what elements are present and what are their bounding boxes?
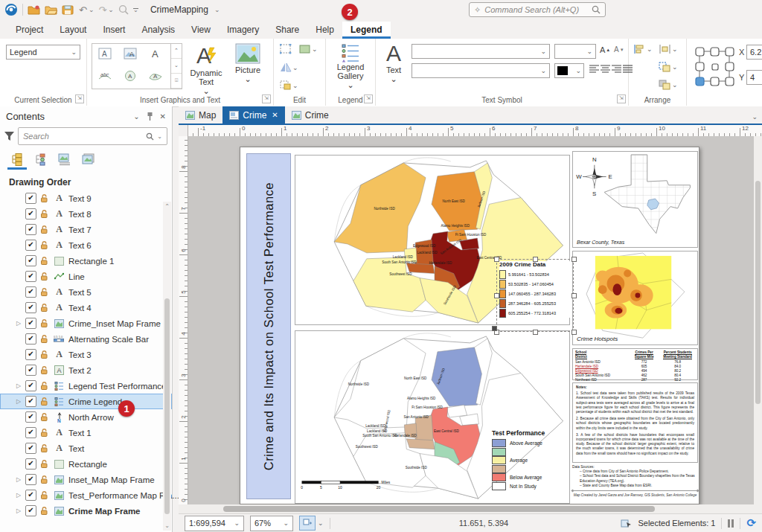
visibility-checkbox[interactable]: ✔ bbox=[25, 286, 36, 298]
toc-item-text-6[interactable]: ✔AText 6 bbox=[0, 237, 172, 253]
flip-button[interactable]: ⌄ bbox=[280, 63, 298, 72]
toc-item-line[interactable]: ✔Line bbox=[0, 269, 172, 284]
lock-icon[interactable] bbox=[40, 256, 48, 266]
test-performance-legend[interactable]: Test Performance Above AverageAverageBel… bbox=[492, 429, 574, 490]
toc-item-test-performance-map-fra[interactable]: ▷✔Test_Performance Map Fra... bbox=[0, 487, 172, 503]
ribbon-tab-legend[interactable]: Legend bbox=[342, 22, 391, 39]
canvas-vertical-scrollbar[interactable] bbox=[754, 136, 762, 504]
ribbon-tab-insert[interactable]: Insert bbox=[95, 22, 133, 39]
ribbon-tab-view[interactable]: View bbox=[183, 22, 219, 39]
visibility-checkbox[interactable]: ✔ bbox=[25, 333, 36, 344]
crime-legend[interactable]: 2009 Crime Data 5.991641 - 53.50283453.5… bbox=[499, 261, 571, 318]
y-field[interactable]: 4 bbox=[746, 70, 762, 85]
text-color-picker[interactable]: ⌄ bbox=[554, 63, 584, 78]
selection-handle[interactable] bbox=[572, 293, 577, 298]
text-symbol-button[interactable]: A Text⌄ bbox=[380, 42, 407, 83]
crime-legend-element-selected[interactable]: 2009 Crime Data 5.991641 - 53.50283453.5… bbox=[496, 259, 574, 332]
align-elements-button[interactable]: ⌄ bbox=[633, 44, 653, 54]
lock-icon[interactable] bbox=[40, 240, 48, 250]
lock-icon[interactable] bbox=[40, 459, 48, 469]
text-rect-tool-icon[interactable]: A bbox=[92, 44, 118, 63]
visibility-checkbox[interactable]: ✔ bbox=[25, 240, 36, 251]
page-zoom-combo[interactable]: 67%⌄ bbox=[250, 516, 293, 531]
align-left-icon[interactable] bbox=[589, 63, 600, 74]
expand-chevron-icon[interactable]: ▷ bbox=[15, 492, 22, 499]
curved-text-tool-icon[interactable]: abc bbox=[92, 66, 118, 86]
dialog-launcher-icon[interactable]: ⇲ bbox=[364, 94, 373, 103]
tab-list-chevron-icon[interactable]: ⌄ bbox=[752, 113, 758, 121]
toc-item-text-5[interactable]: ✔AText 5 bbox=[0, 284, 172, 300]
contents-search-input[interactable]: Search ⌄ bbox=[18, 127, 167, 145]
anchor-point-selector[interactable] bbox=[693, 45, 736, 88]
decrease-font-icon[interactable]: A▼ bbox=[614, 45, 624, 54]
poster-title-band[interactable]: Crime and Its Impact on School Test Perf… bbox=[246, 153, 291, 499]
toc-item-text-1[interactable]: ✔AText 1 bbox=[0, 425, 172, 440]
notes-frame[interactable]: Notes: 1. School test data were taken fr… bbox=[572, 382, 698, 463]
document-tab-crime-1[interactable]: Crime✕ bbox=[222, 106, 284, 124]
toc-item-text-7[interactable]: ✔AText 7 bbox=[0, 222, 172, 237]
lock-icon[interactable] bbox=[40, 443, 48, 453]
tab-list-layouts[interactable] bbox=[79, 151, 98, 170]
visibility-checkbox[interactable]: ✔ bbox=[25, 302, 36, 313]
lock-icon[interactable] bbox=[40, 272, 48, 281]
ribbon-tab-project[interactable]: Project bbox=[7, 22, 51, 39]
contents-scrollbar[interactable]: ⌃ ⌄ bbox=[163, 202, 171, 531]
size-button[interactable]: ⌄ bbox=[659, 62, 678, 72]
toc-item-north-arrow[interactable]: ✔NNorth Arrow bbox=[0, 409, 172, 425]
dynamic-text-button[interactable]: A Dynamic Text⌄ bbox=[185, 43, 227, 95]
project-menu-chevron-icon[interactable]: ⌄ bbox=[214, 6, 220, 13]
text-picture-tool-icon[interactable]: A bbox=[118, 44, 143, 63]
lock-icon[interactable] bbox=[40, 209, 48, 219]
search-options-chevron-icon[interactable]: ⌄ bbox=[157, 133, 162, 140]
gallery-expand-icon[interactable]: ⍗ bbox=[171, 74, 182, 89]
visibility-checkbox[interactable]: ✔ bbox=[25, 427, 36, 438]
pause-drawing-button[interactable] bbox=[728, 519, 734, 528]
expand-chevron-icon[interactable]: ▷ bbox=[15, 382, 22, 389]
offset-button[interactable]: ⌄ bbox=[280, 80, 298, 90]
open-project-button[interactable] bbox=[45, 2, 57, 17]
layout-page[interactable]: Crime and Its Impact on School Test Perf… bbox=[240, 147, 699, 504]
picture-button[interactable]: Picture⌄ bbox=[230, 43, 266, 83]
ribbon-tab-imagery[interactable]: Imagery bbox=[219, 22, 267, 39]
visibility-checkbox[interactable]: ✔ bbox=[25, 380, 36, 391]
undo-button[interactable]: ↶⌄ bbox=[79, 2, 94, 17]
customize-quick-access-icon[interactable]: ⌄ bbox=[133, 2, 138, 17]
selection-handle[interactable] bbox=[533, 257, 538, 262]
visibility-checkbox[interactable]: ✔ bbox=[25, 349, 36, 360]
selection-handle[interactable] bbox=[572, 257, 577, 262]
selection-handle[interactable] bbox=[533, 330, 538, 335]
lock-icon[interactable] bbox=[40, 365, 48, 375]
map-scale-combo[interactable]: 1:699,594⌄ bbox=[185, 516, 244, 531]
statistics-table-frame[interactable]: SchoolDistrictCrimes PerSquare MilePerce… bbox=[572, 348, 698, 380]
lock-icon[interactable] bbox=[40, 506, 48, 516]
ribbon-tab-layout[interactable]: Layout bbox=[51, 22, 95, 39]
canvas-horizontal-scrollbar[interactable] bbox=[179, 504, 762, 513]
polygon-text-tool-icon[interactable]: A bbox=[143, 66, 168, 86]
toc-item-text-4[interactable]: ✔AText 4 bbox=[0, 300, 172, 315]
visibility-checkbox[interactable]: ✔ bbox=[25, 318, 36, 329]
snapping-chevron-icon[interactable]: ⌄ bbox=[318, 519, 324, 527]
toc-item-alternating-scale-bar[interactable]: ✔0.5 1.0Alternating Scale Bar bbox=[0, 331, 172, 347]
redo-button[interactable]: ↷⌄ bbox=[98, 2, 113, 17]
tab-list-by-drawing-order[interactable] bbox=[7, 151, 27, 170]
ribbon-tab-share[interactable]: Share bbox=[267, 22, 307, 39]
toc-item-crime-legend[interactable]: ▷✔Crime Legend bbox=[0, 394, 172, 409]
filter-icon[interactable] bbox=[4, 132, 14, 141]
close-icon[interactable]: ✕ bbox=[160, 112, 166, 121]
dialog-launcher-icon[interactable]: ⇲ bbox=[617, 94, 626, 103]
refresh-button[interactable]: ⟳ bbox=[746, 516, 756, 530]
toc-item-crime-inset-map-frame[interactable]: ▷✔Crime_Inset Map Frame bbox=[0, 315, 172, 331]
pane-menu-chevron-icon[interactable]: ⌄ bbox=[133, 112, 139, 121]
legend-gallery-button[interactable]: Legend Gallery⌄ bbox=[329, 43, 372, 89]
hotspots-inset-frame[interactable]: Crime Hotspots bbox=[572, 251, 698, 345]
lock-icon[interactable] bbox=[40, 225, 48, 234]
snapping-toggle[interactable]: ⌄ bbox=[299, 516, 324, 531]
visibility-checkbox[interactable]: ✔ bbox=[25, 443, 36, 454]
new-project-button[interactable] bbox=[28, 2, 40, 17]
circle-text-tool-icon[interactable]: A bbox=[118, 66, 143, 86]
lock-icon[interactable] bbox=[40, 381, 48, 391]
gallery-up-icon[interactable]: ⌃ bbox=[171, 44, 182, 59]
tab-list-map-frames[interactable] bbox=[55, 151, 74, 170]
align-center-icon[interactable] bbox=[600, 63, 611, 74]
current-selection-combo[interactable]: Legend⌄ bbox=[6, 45, 80, 60]
